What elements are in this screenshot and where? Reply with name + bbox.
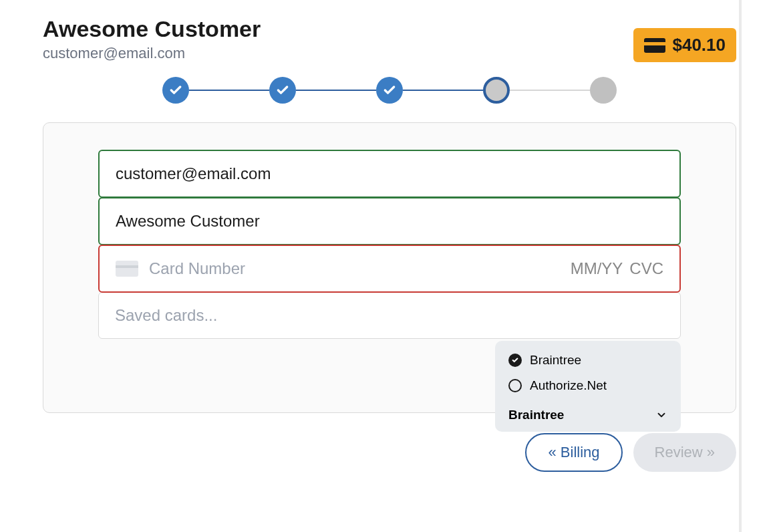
check-icon [383,84,396,97]
check-icon [512,357,518,364]
progress-stepper [43,77,736,104]
price-badge[interactable]: $40.10 [633,28,736,62]
email-value: customer@email.com [116,164,271,183]
email-field[interactable]: customer@email.com [98,150,681,198]
gateway-option-label: Braintree [530,353,581,368]
step-line [296,90,376,91]
back-button[interactable]: « Billing [525,433,622,472]
payment-form: customer@email.com Awesome Customer Card… [43,122,736,413]
card-mini-icon [116,261,138,277]
back-button-label: « Billing [548,444,599,461]
name-value: Awesome Customer [116,212,260,231]
customer-name: Awesome Customer [43,16,261,42]
gateway-selected[interactable]: Braintree [495,398,681,432]
gateway-option-label: Authorize.Net [530,378,607,393]
next-button: Review » [633,433,736,472]
chevron-down-icon [655,409,667,421]
cvc-placeholder: CVC [629,259,663,278]
header: Awesome Customer customer@email.com $40.… [43,16,736,62]
gateway-dropdown[interactable]: Braintree Authorize.Net Braintree [495,341,681,432]
step-1[interactable] [162,77,189,104]
radio-unchecked-icon [508,379,522,392]
step-4-current[interactable] [483,77,510,104]
customer-email: customer@email.com [43,45,261,62]
step-line [189,90,269,91]
saved-cards-placeholder: Saved cards... [115,306,217,325]
customer-info: Awesome Customer customer@email.com [43,16,261,62]
credit-card-icon [644,38,665,53]
gateway-option-authorizenet[interactable]: Authorize.Net [495,373,681,398]
saved-cards-field[interactable]: Saved cards... [98,292,681,339]
price-amount: $40.10 [672,35,726,55]
next-button-label: Review » [655,444,715,461]
step-2[interactable] [269,77,296,104]
step-line [510,90,590,91]
check-icon [169,84,182,97]
check-icon [276,84,289,97]
card-number-field[interactable]: Card Number MM/YY CVC [98,245,681,293]
gateway-selected-label: Braintree [508,408,564,422]
card-number-placeholder: Card Number [149,259,245,278]
step-line [403,90,483,91]
gateway-option-braintree[interactable]: Braintree [495,348,681,373]
name-field[interactable]: Awesome Customer [98,197,681,245]
nav-buttons: « Billing Review » [43,433,736,472]
expiry-placeholder: MM/YY [571,259,623,278]
radio-checked-icon [508,354,522,367]
step-5[interactable] [590,77,617,104]
right-divider [739,0,742,532]
step-3[interactable] [376,77,403,104]
